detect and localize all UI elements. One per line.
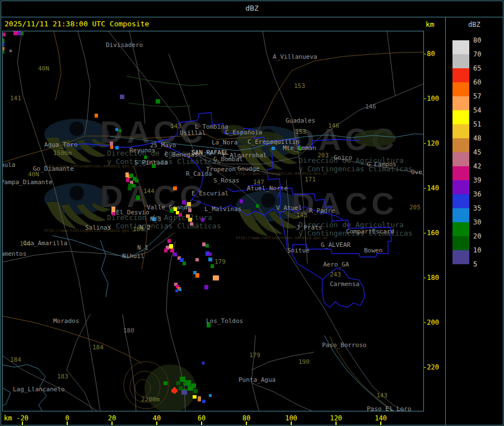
radar-echo-pixel xyxy=(272,147,275,150)
radar-map[interactable]: DACCDirección de Agriculturay Contingenc… xyxy=(2,31,424,411)
radar-echo-pixel xyxy=(202,362,204,364)
town-label: Guadales xyxy=(286,117,315,124)
radar-echo-pixel xyxy=(115,146,119,149)
town-label: R_Caída xyxy=(186,170,212,177)
legend-color-box xyxy=(452,236,469,250)
radar-echo-pixel xyxy=(179,288,181,291)
legend-value-label: 60 xyxy=(473,78,481,86)
legend-color-box xyxy=(452,166,469,180)
route-label: 243 xyxy=(330,271,341,278)
radar-echo-pixel xyxy=(179,213,182,217)
route-label: 184 xyxy=(92,344,104,351)
route-label: 179 xyxy=(214,258,226,265)
town-label: V_Atuel xyxy=(276,204,302,212)
route-label: 205 xyxy=(409,204,421,211)
radar-echo-pixel xyxy=(206,244,209,247)
route-label: 153 xyxy=(295,128,306,135)
radar-echo-pixel xyxy=(136,195,140,200)
legend-color-box xyxy=(452,180,469,194)
bottom-axis-tick-label: 60 xyxy=(198,414,206,422)
town-label: Morados xyxy=(53,317,79,325)
radar-echo-pixel xyxy=(2,43,4,46)
town-label: Carmensa xyxy=(330,280,360,288)
town-label: Aero_GA xyxy=(323,261,349,268)
legend-panel-divider xyxy=(445,17,446,425)
radar-echo-pixel xyxy=(194,389,198,393)
radar-echo-pixel xyxy=(3,32,6,36)
radar-echo-pixel xyxy=(169,244,173,249)
right-axis-tick-label: -140 xyxy=(423,184,439,192)
town-label: N_3 xyxy=(150,216,161,223)
town-label: Agua_Toro xyxy=(44,141,78,148)
legend-color-box xyxy=(452,138,469,152)
legend-value-label: 39 xyxy=(473,176,481,184)
legend-color-box xyxy=(452,110,469,124)
radar-echo-pixel xyxy=(170,249,174,252)
route-label: 143 xyxy=(170,123,181,130)
route-label: 153 xyxy=(294,82,305,90)
radar-echo-pixel xyxy=(190,222,193,226)
town-label: G_Campos xyxy=(367,161,396,168)
route-label: 1500m xyxy=(53,149,72,157)
route-label: 143 xyxy=(296,212,307,219)
legend-value-label: 51 xyxy=(473,120,481,128)
bottom-axis-tick-label: 120 xyxy=(330,414,342,422)
radar-echo-pixel xyxy=(195,258,199,261)
radar-echo-pixel xyxy=(110,142,113,146)
legend-value-label: 35 xyxy=(473,204,481,212)
town-label: Soitue xyxy=(287,247,310,254)
radar-echo-pixel xyxy=(112,212,115,216)
bottom-axis-tick-label: 0 xyxy=(65,414,69,422)
bottom-axis-tick-label: 140 xyxy=(375,414,387,422)
right-axis-tick-label: -220 xyxy=(423,363,439,371)
legend-color-box xyxy=(452,54,469,68)
town-label: Salinas xyxy=(85,224,111,231)
town-label: Valle_Grande xyxy=(147,204,191,211)
town-label: J_Prats xyxy=(296,224,322,231)
right-axis-tick-label: -160 xyxy=(423,229,439,237)
town-label: E_Escurial xyxy=(192,190,228,197)
route-label: 40N xyxy=(28,171,39,178)
route-label: 147 xyxy=(253,179,264,186)
town-label: Oveje xyxy=(411,168,424,176)
town-label: L_Tombina xyxy=(195,123,228,130)
legend-color-box xyxy=(452,208,469,222)
legend-value-label: 54 xyxy=(473,106,481,114)
radar-echo-pixel xyxy=(2,50,4,54)
radar-echo-pixel xyxy=(2,39,4,43)
dacc-watermark: DACCDirección de Agriculturay Contingenc… xyxy=(236,187,424,243)
radar-echo-pixel xyxy=(202,400,206,403)
town-label: Divisadero xyxy=(106,41,143,49)
titlebar-divider xyxy=(1,17,503,17)
route-label: 141 xyxy=(10,95,21,102)
legend-color-box xyxy=(452,250,469,264)
radar-echo-pixel xyxy=(128,186,132,190)
radar-echo-pixel xyxy=(125,172,129,177)
legend-value-label: 5 xyxy=(473,260,477,268)
route-label: 203 xyxy=(318,152,329,159)
radar-echo-pixel xyxy=(204,285,208,289)
radar-echo-pixel xyxy=(167,239,171,243)
radar-echo-pixel xyxy=(132,184,136,188)
radar-echo-pixel xyxy=(184,380,191,386)
route-label: 183 xyxy=(57,373,68,380)
radar-echo-pixel xyxy=(120,95,124,99)
radar-echo-pixel xyxy=(179,386,183,390)
town-label: Goico xyxy=(334,154,352,161)
timestamp-label: 2025/11/11 21:38:00 UTC Composite xyxy=(4,20,149,28)
town-label: CompartEscard xyxy=(346,228,394,235)
radar-echo-pixel xyxy=(198,396,201,401)
legend-color-box xyxy=(452,124,469,138)
right-axis-tick-label: -100 xyxy=(423,95,439,102)
town-label: aula xyxy=(2,161,16,168)
window-title: dBZ xyxy=(0,0,504,17)
legend-value-label: 10 xyxy=(473,246,481,254)
radar-echo-pixel xyxy=(135,179,138,182)
town-label: Paso_El_Loro xyxy=(367,405,411,411)
route-label: 40N xyxy=(38,65,49,72)
radar-echo-pixel xyxy=(173,387,176,394)
legend-color-box xyxy=(452,40,469,54)
station-marker: * xyxy=(8,48,13,56)
legend-color-box xyxy=(452,222,469,236)
radar-echo-pixel xyxy=(188,218,192,222)
